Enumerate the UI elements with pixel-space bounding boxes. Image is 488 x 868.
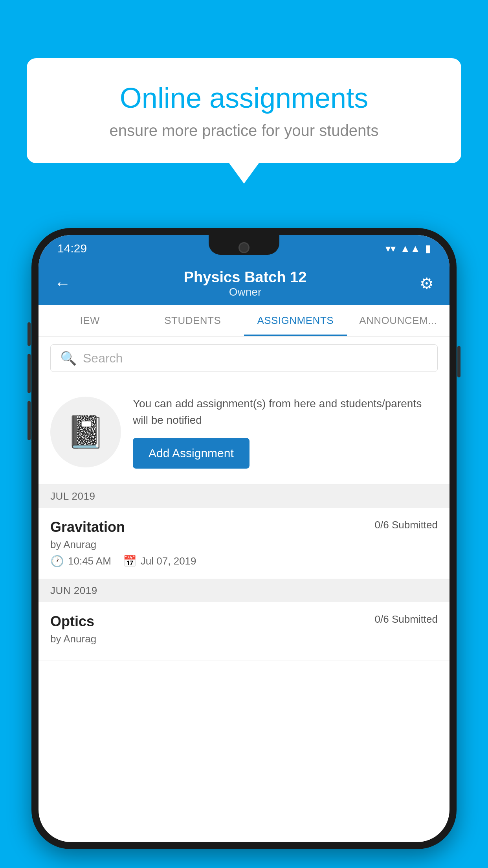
add-assignment-button[interactable]: Add Assignment [133, 438, 250, 469]
clock-icon: 🕐 [50, 555, 64, 568]
phone-notch [209, 235, 279, 255]
tab-announcements[interactable]: ANNOUNCEM... [347, 305, 450, 336]
assignment-item-gravitation[interactable]: Gravitation 0/6 Submitted by Anurag 🕐 10… [39, 508, 449, 579]
header-title: Physics Batch 12 [184, 269, 307, 286]
assignment-title-optics: Optics [50, 613, 94, 630]
phone-wrapper: 14:29 ▾▾ ▲▲ ▮ ← Physics Batch 12 Owner ⚙ [31, 228, 457, 849]
notebook-icon: 📓 [66, 414, 105, 451]
search-bar[interactable]: 🔍 Search [50, 344, 438, 372]
search-icon: 🔍 [60, 350, 77, 366]
status-time: 14:29 [57, 242, 87, 255]
assignment-time-gravitation: 🕐 10:45 AM [50, 555, 111, 568]
phone-side-button-extra [28, 401, 31, 440]
phone-frame: 14:29 ▾▾ ▲▲ ▮ ← Physics Batch 12 Owner ⚙ [31, 228, 457, 849]
month-separator-jul: JUL 2019 [39, 485, 449, 508]
search-placeholder: Search [83, 351, 123, 366]
tab-overview[interactable]: IEW [39, 305, 141, 336]
assignment-header-optics: Optics 0/6 Submitted [50, 613, 438, 630]
assignment-item-optics[interactable]: Optics 0/6 Submitted by Anurag [39, 602, 449, 660]
assignment-date-gravitation: 📅 Jul 07, 2019 [123, 555, 196, 568]
tab-students[interactable]: STUDENTS [141, 305, 244, 336]
header-center: Physics Batch 12 Owner [184, 269, 307, 298]
phone-camera [238, 242, 250, 253]
phone-side-button-vol-up [28, 322, 31, 346]
assignment-submitted-optics: 0/6 Submitted [375, 613, 438, 625]
assignment-author-optics: by Anurag [50, 633, 438, 645]
speech-bubble-title: Online assignments [58, 82, 430, 114]
promo-content: You can add assignment(s) from here and … [133, 395, 438, 469]
phone-side-button-vol-down [28, 354, 31, 393]
month-separator-jun: JUN 2019 [39, 579, 449, 602]
promo-section: 📓 You can add assignment(s) from here an… [39, 380, 449, 485]
tabs-container: IEW STUDENTS ASSIGNMENTS ANNOUNCEM... [39, 305, 449, 337]
search-container: 🔍 Search [39, 337, 449, 380]
phone-side-button-power [457, 346, 460, 377]
assignment-meta-gravitation: 🕐 10:45 AM 📅 Jul 07, 2019 [50, 555, 438, 568]
phone-screen: 14:29 ▾▾ ▲▲ ▮ ← Physics Batch 12 Owner ⚙ [39, 235, 449, 842]
battery-icon: ▮ [425, 243, 431, 255]
speech-bubble-subtitle: ensure more practice for your students [58, 122, 430, 140]
calendar-icon: 📅 [123, 555, 137, 568]
assignment-title-gravitation: Gravitation [50, 519, 125, 535]
signal-icon: ▲▲ [400, 243, 420, 255]
speech-bubble: Online assignments ensure more practice … [27, 58, 461, 163]
wifi-icon: ▾▾ [385, 243, 396, 255]
assignment-header: Gravitation 0/6 Submitted [50, 519, 438, 535]
promo-text: You can add assignment(s) from here and … [133, 395, 438, 428]
tab-assignments[interactable]: ASSIGNMENTS [244, 305, 347, 336]
settings-button[interactable]: ⚙ [420, 274, 434, 292]
header-subtitle: Owner [184, 286, 307, 298]
assignment-submitted-gravitation: 0/6 Submitted [375, 519, 438, 531]
back-button[interactable]: ← [54, 274, 71, 293]
speech-bubble-wrapper: Online assignments ensure more practice … [27, 58, 461, 163]
promo-icon-circle: 📓 [50, 397, 121, 467]
app-header: ← Physics Batch 12 Owner ⚙ [39, 262, 449, 305]
status-icons: ▾▾ ▲▲ ▮ [385, 243, 431, 255]
assignment-author-gravitation: by Anurag [50, 539, 438, 551]
